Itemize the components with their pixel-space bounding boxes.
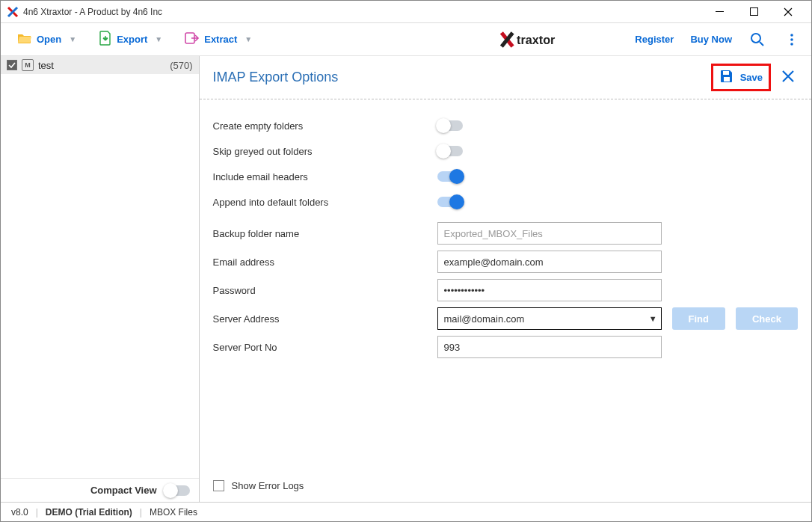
toggle-create-empty-folders[interactable] [437, 120, 463, 131]
chevron-down-icon: ▼ [69, 35, 76, 43]
toolbar: Open ▼ Export ▼ Extract ▼ traxtor Regist… [1, 23, 811, 56]
save-label: Save [740, 72, 763, 83]
titlebar: 4n6 Xtraxtor - A Product by 4n6 Inc [1, 1, 811, 23]
label-server-address: Server Address [213, 313, 437, 325]
export-label: Export [117, 34, 147, 45]
label-backup-folder-name: Backup folder name [213, 228, 437, 239]
compact-view-toggle-row: Compact View [1, 478, 199, 502]
save-highlight: Save [711, 64, 771, 91]
open-menu[interactable]: Open ▼ [11, 27, 82, 52]
folder-icon: M [22, 59, 34, 71]
toggle-include-email-headers[interactable] [437, 171, 463, 182]
label-create-empty-folders: Create empty folders [213, 120, 437, 132]
input-server-address[interactable] [437, 307, 662, 330]
svg-text:traxtor: traxtor [517, 32, 556, 46]
close-window-button[interactable] [771, 1, 805, 22]
export-icon [99, 31, 112, 48]
input-backup-folder-name[interactable] [437, 222, 662, 245]
chevron-down-icon: ▼ [244, 35, 252, 43]
tree-checkbox[interactable] [7, 60, 17, 70]
checkbox-show-error-logs[interactable] [213, 480, 224, 491]
svg-rect-8 [723, 71, 729, 75]
svg-rect-9 [724, 77, 730, 82]
extract-icon [185, 31, 200, 47]
tree-item[interactable]: M test (570) [1, 56, 199, 74]
register-link[interactable]: Register [635, 34, 674, 45]
sidebar: M test (570) Compact View [1, 56, 200, 502]
svg-rect-1 [750, 8, 757, 16]
minimize-button[interactable] [702, 1, 736, 22]
tree-item-count: (570) [170, 60, 192, 71]
close-panel-button[interactable] [778, 68, 798, 87]
input-server-port-no[interactable] [437, 336, 662, 358]
panel-title: IMAP Export Options [213, 70, 711, 85]
error-logs-row: Show Error Logs [200, 470, 811, 502]
extract-label: Extract [204, 34, 237, 45]
window-title: 4n6 Xtraxtor - A Product by 4n6 Inc [23, 7, 702, 17]
panel-header: IMAP Export Options Save [200, 56, 811, 99]
compact-view-toggle[interactable] [164, 485, 190, 496]
chevron-down-icon: ▼ [155, 35, 162, 43]
check-button[interactable]: Check [736, 307, 798, 330]
open-label: Open [37, 34, 61, 45]
save-icon [719, 69, 734, 86]
statusbar: v8.0 | DEMO (Trial Edition) | MBOX Files [1, 502, 811, 521]
export-menu[interactable]: Export ▼ [93, 26, 168, 52]
separator: | [36, 507, 38, 518]
folder-tree: M test (570) [1, 56, 199, 478]
save-button[interactable]: Save [719, 69, 763, 86]
find-button[interactable]: Find [672, 307, 725, 330]
maximize-button[interactable] [736, 1, 771, 22]
more-menu[interactable] [783, 31, 801, 49]
tree-item-label: test [38, 60, 165, 71]
folder-open-icon [17, 31, 32, 47]
svg-point-7 [790, 43, 793, 46]
buy-now-link[interactable]: Buy Now [690, 34, 732, 45]
label-skip-greyed-out-folders: Skip greyed out folders [213, 146, 437, 157]
svg-point-4 [751, 34, 760, 43]
svg-point-6 [790, 38, 793, 41]
status-version: v8.0 [11, 507, 28, 518]
status-demo: DEMO (Trial Edition) [46, 507, 132, 518]
svg-rect-0 [716, 11, 724, 12]
toggle-skip-greyed-out-folders[interactable] [437, 146, 463, 156]
search-button[interactable] [748, 31, 766, 49]
separator: | [140, 507, 142, 518]
label-include-email-headers: Include email headers [213, 171, 437, 182]
toggle-append-default-folders[interactable] [437, 197, 463, 207]
label-email-address: Email address [213, 257, 437, 268]
input-password[interactable] [437, 279, 662, 301]
label-show-error-logs: Show Error Logs [232, 480, 304, 491]
brand-logo: traxtor [500, 30, 605, 49]
extract-menu[interactable]: Extract ▼ [179, 27, 258, 52]
svg-point-5 [790, 34, 793, 37]
label-append-default-folders: Append into default folders [213, 197, 437, 208]
compact-view-label: Compact View [90, 485, 157, 496]
input-email-address[interactable] [437, 251, 662, 273]
label-password: Password [213, 285, 437, 296]
content-panel: IMAP Export Options Save Create empty fo… [200, 56, 811, 502]
app-icon [7, 6, 19, 18]
label-server-port-no: Server Port No [213, 342, 437, 353]
status-file-type: MBOX Files [150, 507, 197, 518]
